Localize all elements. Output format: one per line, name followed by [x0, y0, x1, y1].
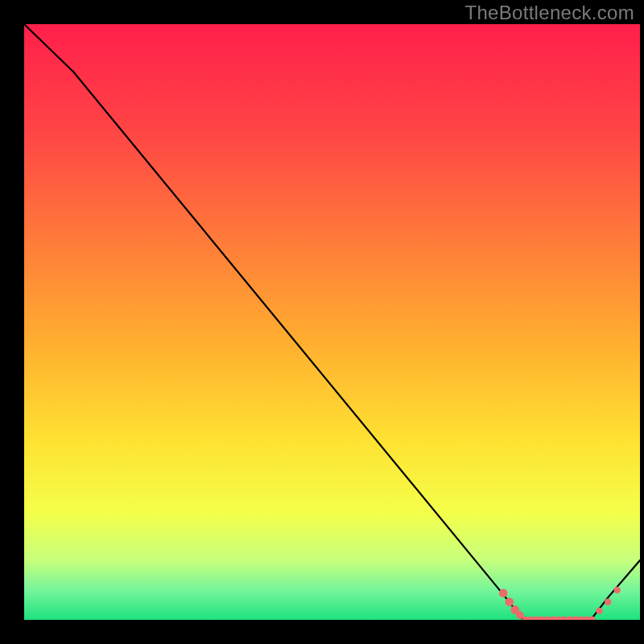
highlight-dot: [596, 608, 602, 614]
watermark-text: TheBottleneck.com: [464, 2, 634, 24]
highlight-dot: [588, 617, 596, 624]
highlight-dot: [605, 599, 611, 605]
plot-background: [24, 24, 640, 620]
bottleneck-chart: [0, 0, 644, 644]
highlight-dot: [506, 598, 514, 607]
highlight-dot: [614, 587, 621, 593]
chart-stage: TheBottleneck.com: [0, 0, 644, 644]
highlight-dot: [499, 588, 508, 597]
